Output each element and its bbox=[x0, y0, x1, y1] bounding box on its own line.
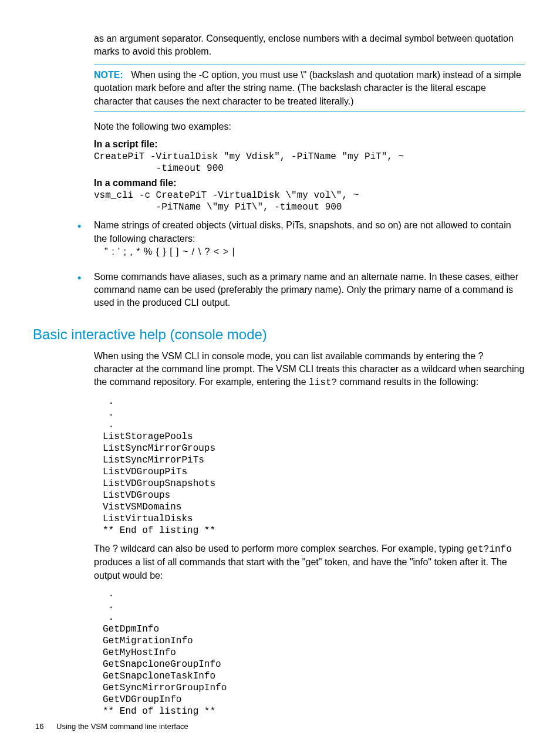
page-footer: 16 Using the VSM command line interface bbox=[35, 722, 188, 731]
note-label: NOTE: bbox=[94, 70, 123, 80]
command-file-code: vsm_cli -c CreatePiT -VirtualDisk \"my v… bbox=[94, 190, 525, 213]
help-paragraph-1: When using the VSM CLI in console mode, … bbox=[94, 350, 525, 390]
listing-output-1: . . . ListStoragePools ListSyncMirrorGro… bbox=[103, 396, 525, 536]
footer-title: Using the VSM command line interface bbox=[56, 722, 188, 731]
page-number: 16 bbox=[35, 722, 43, 731]
listing-output-2: . . . GetDpmInfo GetMigrationInfo GetMyH… bbox=[103, 588, 525, 717]
intro-paragraph: as an argument separator. Consequently, … bbox=[94, 32, 525, 59]
forbidden-chars: " : ' ; , * % { } [ ] ~ / \ ? < > | bbox=[104, 245, 525, 258]
command-file-label: In a command file: bbox=[94, 178, 525, 188]
p4-part-b: produces a list of all commands that sta… bbox=[94, 557, 507, 580]
bullet-item-chars: Name strings of created objects (virtual… bbox=[35, 219, 525, 258]
note-text: When using the -C option, you must use \… bbox=[94, 70, 521, 106]
note-box: NOTE: When using the -C option, you must… bbox=[94, 65, 525, 112]
bullet-text: Name strings of created objects (virtual… bbox=[94, 220, 511, 243]
p4-part-a: The ? wildcard can also be used to perfo… bbox=[94, 544, 467, 553]
script-file-label: In a script file: bbox=[94, 139, 525, 150]
help-paragraph-2: The ? wildcard can also be used to perfo… bbox=[94, 542, 525, 582]
bullet-item-aliases: Some commands have aliases, such as a pr… bbox=[35, 271, 525, 310]
examples-intro: Note the following two examples: bbox=[94, 120, 525, 133]
inline-code-getinfo: get?info bbox=[467, 544, 512, 555]
script-file-code: CreatePiT -VirtualDisk "my Vdisk", -PiTN… bbox=[94, 151, 525, 174]
p3-part-b: command results in the following: bbox=[337, 377, 478, 387]
section-heading: Basic interactive help (console mode) bbox=[33, 326, 525, 343]
inline-code-list: list? bbox=[309, 377, 337, 388]
